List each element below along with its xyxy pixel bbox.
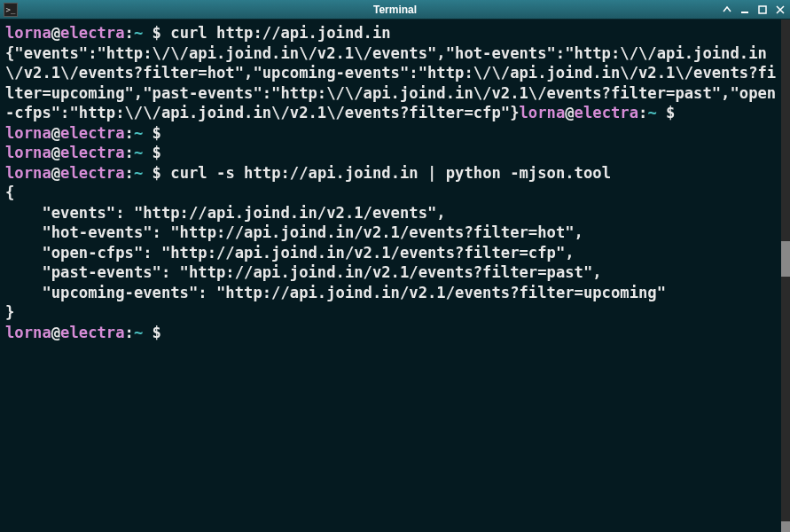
terminal-line: "events": "http://api.joind.in/v2.1/even… bbox=[5, 203, 785, 223]
scrollbar-thumb-bottom[interactable] bbox=[781, 521, 790, 532]
window-controls bbox=[721, 4, 786, 16]
terminal-line: "upcoming-events": "http://api.joind.in/… bbox=[5, 283, 785, 303]
terminal-line: lorna@electra:~ $ curl http://api.joind.… bbox=[5, 23, 785, 43]
terminal-line: lorna@electra:~ $ bbox=[5, 323, 785, 343]
rollup-icon[interactable] bbox=[721, 4, 733, 16]
scrollbar-thumb[interactable] bbox=[781, 241, 790, 277]
terminal-line: "past-events": "http://api.joind.in/v2.1… bbox=[5, 262, 785, 283]
terminal-line: { bbox=[5, 183, 785, 203]
svg-rect-0 bbox=[741, 12, 748, 13]
scrollbar[interactable] bbox=[781, 20, 790, 532]
terminal-body[interactable]: lorna@electra:~ $ curl http://api.joind.… bbox=[0, 20, 790, 532]
terminal-line: "hot-events": "http://api.joind.in/v2.1/… bbox=[5, 223, 785, 243]
terminal-line: lorna@electra:~ $ bbox=[5, 123, 785, 144]
terminal-line: } bbox=[5, 302, 785, 323]
svg-rect-1 bbox=[759, 6, 766, 13]
terminal-line: lorna@electra:~ $ bbox=[5, 143, 785, 163]
terminal-content: lorna@electra:~ $ curl http://api.joind.… bbox=[5, 23, 785, 342]
maximize-icon[interactable] bbox=[756, 4, 769, 16]
terminal-line: lorna@electra:~ $ curl -s http://api.joi… bbox=[5, 163, 785, 184]
close-icon[interactable] bbox=[774, 4, 786, 16]
window-titlebar: >_ Terminal bbox=[0, 0, 790, 20]
minimize-icon[interactable] bbox=[739, 4, 751, 16]
terminal-line: "open-cfps": "http://api.joind.in/v2.1/e… bbox=[5, 243, 785, 263]
window-title: Terminal bbox=[373, 4, 417, 16]
app-icon: >_ bbox=[4, 3, 18, 17]
terminal-line: {"events":"http:\/\/api.joind.in\/v2.1\/… bbox=[5, 43, 785, 123]
